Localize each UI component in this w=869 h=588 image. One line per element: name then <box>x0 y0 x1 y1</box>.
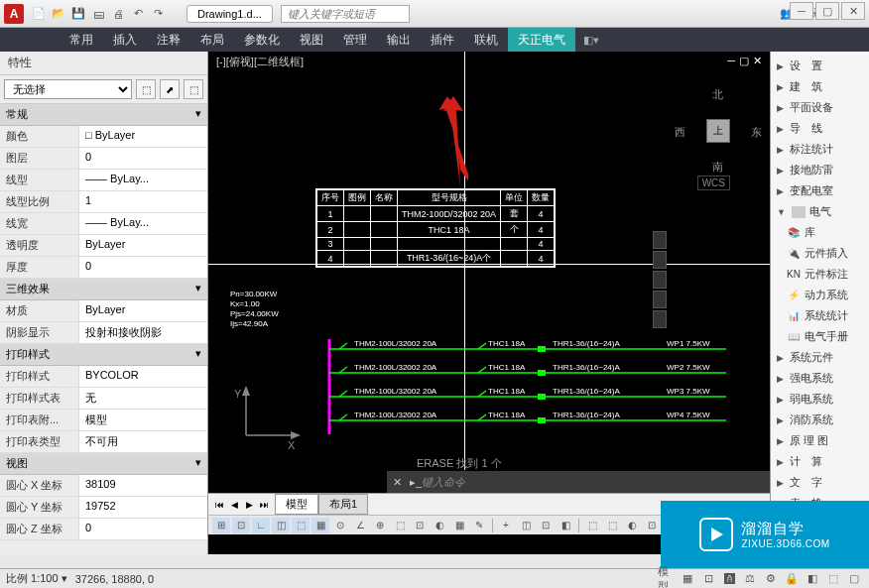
maximize-button[interactable]: ▢ <box>815 2 839 20</box>
property-value[interactable]: —— ByLay... <box>79 170 207 190</box>
drafting-toggle[interactable]: ⊞ <box>212 518 230 533</box>
property-value[interactable]: 模型 <box>79 410 207 430</box>
tab-online[interactable]: 联机 <box>464 28 508 52</box>
pickadd-icon[interactable]: ⬚ <box>184 79 203 99</box>
property-row[interactable]: 圆心 Z 坐标0 <box>0 519 207 540</box>
panel-toggle-icon[interactable]: ◧▾ <box>583 34 599 47</box>
tab-plugins[interactable]: 插件 <box>421 28 464 52</box>
property-value[interactable]: ByLayer <box>79 235 207 256</box>
wcs-badge[interactable]: WCS <box>697 176 730 190</box>
command-line[interactable]: ✕ ▸_ 键入命令 <box>387 471 770 493</box>
tab-tangent-elec[interactable]: 天正电气 <box>508 28 575 52</box>
panel-group[interactable]: ▼电气 <box>771 201 869 222</box>
drafting-toggle[interactable]: ✎ <box>470 518 488 533</box>
panel-item[interactable]: ▶标注统计 <box>771 139 869 160</box>
anno-icon[interactable]: 🅰 <box>720 571 738 587</box>
tab-view[interactable]: 视图 <box>290 28 333 52</box>
lock-icon[interactable]: 🔒 <box>783 571 801 587</box>
drafting-toggle[interactable]: ▦ <box>450 518 468 533</box>
drawing-canvas[interactable]: [-][俯视][二维线框] ─ ▢ ✕ 北 南 东 西 上 WCS 序号图例名称 <box>208 52 770 554</box>
tab-parametric[interactable]: 参数化 <box>234 28 290 52</box>
drafting-toggle[interactable]: ⊡ <box>232 518 250 533</box>
viewcube-west[interactable]: 西 <box>675 125 685 140</box>
panel-item[interactable]: ▶消防系统 <box>771 410 869 430</box>
tab-annotate[interactable]: 注释 <box>147 28 190 52</box>
nav-orbit-icon[interactable] <box>653 291 667 308</box>
drafting-toggle[interactable]: ⊡ <box>411 518 429 533</box>
panel-item[interactable]: ▶强电系统 <box>771 368 869 389</box>
drafting-toggle[interactable]: ⬚ <box>292 518 310 533</box>
drafting-toggle[interactable]: ⬚ <box>391 518 409 533</box>
drafting-toggle[interactable]: ◫ <box>272 518 290 533</box>
property-value[interactable]: 19752 <box>79 497 207 518</box>
drafting-toggle[interactable]: ⬚ <box>603 518 621 533</box>
layout-tab-layout1[interactable]: 布局1 <box>318 494 368 515</box>
drafting-toggle[interactable]: ⊙ <box>331 518 349 533</box>
property-row[interactable]: 阴影显示投射和接收阴影 <box>0 322 207 344</box>
property-value[interactable]: 38109 <box>79 475 207 496</box>
property-row[interactable]: 线型—— ByLay... <box>0 170 207 191</box>
property-row[interactable]: 图层0 <box>0 148 207 170</box>
tab-common[interactable]: 常用 <box>60 28 103 52</box>
property-row[interactable]: 材质ByLayer <box>0 300 207 322</box>
property-value[interactable]: ByLayer <box>79 300 207 321</box>
panel-subitem[interactable]: 📖电气手册 <box>771 326 869 347</box>
property-row[interactable]: 厚度0 <box>0 257 207 279</box>
nav-wheel-icon[interactable] <box>653 231 667 249</box>
cmdline-close-icon[interactable]: ✕ <box>393 476 402 489</box>
grid-icon[interactable]: ▦ <box>679 571 696 587</box>
tab-output[interactable]: 输出 <box>377 28 421 52</box>
property-row[interactable]: 打印样式BYCOLOR <box>0 366 207 388</box>
nav-zoom-icon[interactable] <box>653 271 667 289</box>
layout-last-icon[interactable]: ⏭ <box>257 498 271 512</box>
selection-dropdown[interactable]: 无选择 <box>4 79 132 99</box>
panel-subitem[interactable]: KN元件标注 <box>771 264 869 285</box>
property-row[interactable]: 打印表类型不可用 <box>0 431 207 453</box>
property-value[interactable]: 无 <box>79 388 207 409</box>
drafting-toggle[interactable]: ⊡ <box>537 518 555 533</box>
property-row[interactable]: 透明度ByLayer <box>0 235 207 257</box>
drafting-toggle[interactable]: ◐ <box>623 518 641 533</box>
panel-item[interactable]: ▶平面设备 <box>771 97 869 118</box>
section-view[interactable]: 视图▾ <box>0 453 207 475</box>
property-row[interactable]: 线型比例1 <box>0 191 207 213</box>
property-value[interactable]: BYCOLOR <box>79 366 207 387</box>
drafting-toggle[interactable]: ◧ <box>557 518 574 533</box>
snap-icon[interactable]: ⊡ <box>699 571 717 587</box>
property-value[interactable]: 0 <box>79 148 207 169</box>
viewcube-top[interactable]: 上 <box>706 119 730 143</box>
panel-item[interactable]: ▶弱电系统 <box>771 389 869 410</box>
qat-saveall-icon[interactable]: 🖴 <box>89 5 107 23</box>
iso-icon[interactable]: ⬚ <box>824 571 842 587</box>
drafting-toggle[interactable]: ▦ <box>311 518 329 533</box>
viewport-close-icon[interactable]: ✕ <box>753 55 762 69</box>
qat-open-icon[interactable]: 📂 <box>50 5 67 23</box>
section-general[interactable]: 常规▾ <box>0 104 207 126</box>
viewport-label[interactable]: [-][俯视][二维线框] <box>216 55 304 69</box>
property-value[interactable]: 0 <box>79 257 207 278</box>
nav-pan-icon[interactable] <box>653 251 667 269</box>
panel-item[interactable]: ▶系统元件 <box>771 347 869 368</box>
property-value[interactable]: —— ByLay... <box>79 213 207 234</box>
clean-icon[interactable]: ▢ <box>845 571 863 587</box>
layout-tab-model[interactable]: 模型 <box>275 494 318 515</box>
property-row[interactable]: 打印样式表无 <box>0 388 207 410</box>
panel-item[interactable]: ▶接地防雷 <box>771 160 869 180</box>
panel-subitem[interactable]: 📊系统统计 <box>771 305 869 326</box>
qat-print-icon[interactable]: 🖨 <box>109 5 127 23</box>
tab-manage[interactable]: 管理 <box>333 28 377 52</box>
workspace-icon[interactable]: ⚙ <box>762 571 780 587</box>
drafting-toggle[interactable]: ⊕ <box>371 518 389 533</box>
qat-save-icon[interactable]: 💾 <box>69 5 87 23</box>
panel-item[interactable]: ▶计 算 <box>771 451 869 472</box>
viewport-max-icon[interactable]: ▢ <box>739 55 749 69</box>
app-icon[interactable]: A <box>4 4 24 24</box>
viewcube[interactable]: 北 南 东 西 上 <box>679 91 758 171</box>
drafting-toggle[interactable]: ◫ <box>517 518 535 533</box>
document-tab[interactable]: Drawing1.d... <box>186 5 273 23</box>
panel-item[interactable]: ▶建 筑 <box>771 76 869 97</box>
viewcube-south[interactable]: 南 <box>712 160 723 175</box>
qat-new-icon[interactable]: 📄 <box>30 5 48 23</box>
property-value[interactable]: 0 <box>79 519 207 539</box>
section-3d[interactable]: 三维效果▾ <box>0 279 207 300</box>
